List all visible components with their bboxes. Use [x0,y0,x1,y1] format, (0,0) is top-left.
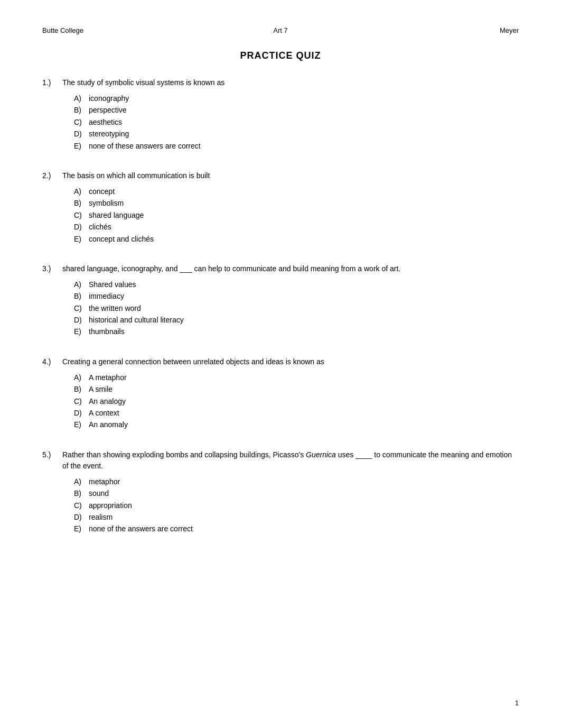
option-text: historical and cultural literacy [89,314,184,326]
question-5-text-before: Rather than showing exploding bombs and … [62,450,306,459]
question-3-text: 3.) shared language, iconography, and __… [42,263,519,274]
list-item: E)none of these answers are correct [74,140,519,152]
option-text: clichés [89,221,111,233]
option-letter: A) [74,93,85,104]
option-letter: D) [74,221,85,233]
option-letter: E) [74,523,85,535]
option-letter: D) [74,407,85,419]
option-letter: A) [74,186,85,197]
question-4-text: 4.) Creating a general connection betwee… [42,356,519,367]
page-number: 1 [515,699,519,707]
question-4-body: Creating a general connection between un… [62,356,519,367]
option-letter: D) [74,128,85,140]
option-letter: C) [74,209,85,221]
question-4-number: 4.) [42,356,58,367]
question-5-body: Rather than showing exploding bombs and … [62,449,519,472]
option-letter: A) [74,279,85,290]
option-letter: B) [74,487,85,499]
list-item: A)Shared values [74,279,519,290]
list-item: E)An anomaly [74,419,519,430]
header-right: Meyer [413,26,519,34]
question-3-body: shared language, iconography, and ___ ca… [62,263,519,274]
list-item: C)shared language [74,209,519,221]
question-1-text: 1.) The study of symbolic visual systems… [42,77,519,88]
question-5: 5.) Rather than showing exploding bombs … [42,449,519,535]
list-item: B)immediacy [74,290,519,302]
option-text: aesthetics [89,116,122,128]
list-item: D)realism [74,511,519,523]
option-text: none of the answers are correct [89,523,193,535]
question-1-body: The study of symbolic visual systems is … [62,77,519,88]
question-1: 1.) The study of symbolic visual systems… [42,77,519,152]
option-letter: C) [74,500,85,511]
question-2-text: 2.) The basis on which all communication… [42,170,519,181]
option-text: none of these answers are correct [89,140,201,152]
list-item: C)appropriation [74,500,519,511]
option-text: A smile [89,383,113,395]
option-letter: E) [74,140,85,152]
option-letter: E) [74,233,85,245]
question-5-text: 5.) Rather than showing exploding bombs … [42,449,519,472]
option-text: concept [89,186,115,197]
question-2-options: A)conceptB)symbolismC)shared languageD)c… [74,186,519,245]
list-item: D)A context [74,407,519,419]
list-item: E)concept and clichés [74,233,519,245]
list-item: E)none of the answers are correct [74,523,519,535]
question-3-number: 3.) [42,263,58,274]
option-letter: D) [74,511,85,523]
option-letter: A) [74,372,85,383]
list-item: C)aesthetics [74,116,519,128]
option-letter: B) [74,197,85,209]
question-1-options: A)iconographyB)perspectiveC)aestheticsD)… [74,93,519,152]
page: Butte College Art 7 Meyer PRACTICE QUIZ … [0,0,561,728]
list-item: B)symbolism [74,197,519,209]
option-text: An analogy [89,395,126,407]
list-item: B)sound [74,487,519,499]
option-letter: C) [74,395,85,407]
option-text: appropriation [89,500,132,511]
option-letter: B) [74,104,85,116]
list-item: A)concept [74,186,519,197]
option-text: Shared values [89,279,136,290]
option-letter: C) [74,116,85,128]
option-text: metaphor [89,476,120,487]
question-2-number: 2.) [42,170,58,181]
option-text: concept and clichés [89,233,154,245]
option-text: shared language [89,209,144,221]
option-text: stereotyping [89,128,129,140]
list-item: C)the written word [74,302,519,314]
option-text: sound [89,487,109,499]
option-letter: A) [74,476,85,487]
option-text: the written word [89,302,141,314]
list-item: D)clichés [74,221,519,233]
question-5-number: 5.) [42,449,58,472]
option-text: realism [89,511,113,523]
option-text: An anomaly [89,419,128,430]
question-3: 3.) shared language, iconography, and __… [42,263,519,338]
question-5-options: A)metaphorB)soundC)appropriationD)realis… [74,476,519,535]
option-text: perspective [89,104,127,116]
question-4: 4.) Creating a general connection betwee… [42,356,519,431]
list-item: A)A metaphor [74,372,519,383]
list-item: C)An analogy [74,395,519,407]
page-title: PRACTICE QUIZ [42,50,519,61]
option-text: immediacy [89,290,124,302]
question-2-body: The basis on which all communication is … [62,170,519,181]
list-item: A)iconography [74,93,519,104]
header-center: Art 7 [273,26,287,34]
list-item: E)thumbnails [74,326,519,337]
question-5-italic: Guernica [306,450,336,459]
list-item: B)A smile [74,383,519,395]
question-2: 2.) The basis on which all communication… [42,170,519,245]
option-text: A metaphor [89,372,127,383]
option-letter: B) [74,383,85,395]
question-4-options: A)A metaphorB)A smileC)An analogyD)A con… [74,372,519,431]
option-text: iconography [89,93,129,104]
header: Butte College Art 7 Meyer [42,26,519,34]
question-1-number: 1.) [42,77,58,88]
header-left: Butte College [42,26,148,34]
list-item: B)perspective [74,104,519,116]
option-letter: D) [74,314,85,326]
option-text: symbolism [89,197,124,209]
questions-container: 1.) The study of symbolic visual systems… [42,77,519,535]
